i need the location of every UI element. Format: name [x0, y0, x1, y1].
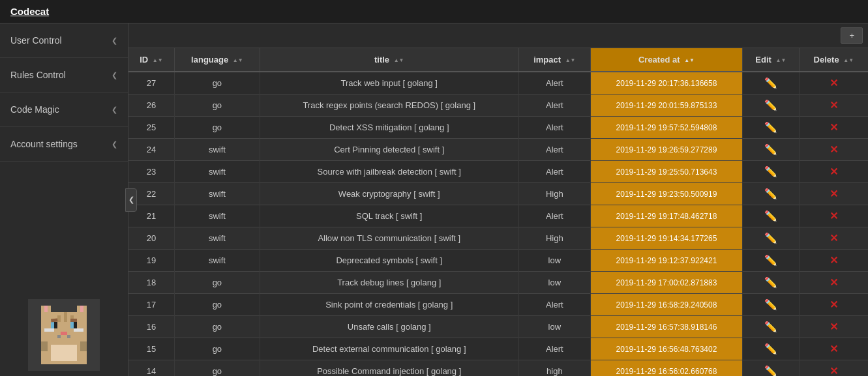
delete-button[interactable]: ✕	[799, 360, 868, 377]
delete-icon[interactable]: ✕	[830, 366, 838, 376]
delete-button[interactable]: ✕	[799, 161, 868, 183]
table-row: 17goSink point of credentials [ golang ]…	[128, 294, 868, 316]
table-row: 14goPossible Command injection [ golang …	[128, 360, 868, 377]
edit-button[interactable]: ✏️	[742, 360, 799, 377]
table-row: 21swiftSQL track [ swift ]Alert2019-11-2…	[128, 205, 868, 227]
sidebar-item-code-magic[interactable]: Code Magic ❮	[0, 93, 128, 127]
sort-icon-delete: ▲▼	[843, 57, 854, 63]
edit-button[interactable]: ✏️	[742, 183, 799, 205]
delete-icon[interactable]: ✕	[830, 144, 838, 155]
edit-icon[interactable]: ✏️	[764, 144, 777, 155]
edit-button[interactable]: ✏️	[742, 338, 799, 360]
edit-button[interactable]: ✏️	[742, 161, 799, 183]
delete-icon[interactable]: ✕	[830, 299, 838, 310]
delete-button[interactable]: ✕	[799, 94, 868, 117]
sidebar: User Control ❮ Rules Control ❮ Code Magi…	[0, 23, 128, 376]
edit-icon[interactable]: ✏️	[764, 366, 777, 376]
edit-button[interactable]: ✏️	[742, 117, 799, 139]
svg-rect-18	[41, 341, 48, 351]
edit-icon[interactable]: ✏️	[764, 166, 777, 177]
table-body: 27goTrack web input [ golang ]Alert2019-…	[128, 72, 868, 376]
edit-icon[interactable]: ✏️	[764, 255, 777, 266]
edit-button[interactable]: ✏️	[742, 294, 799, 316]
edit-icon[interactable]: ✏️	[764, 343, 777, 354]
edit-icon[interactable]: ✏️	[764, 321, 777, 332]
delete-button[interactable]: ✕	[799, 139, 868, 161]
edit-button[interactable]: ✏️	[742, 72, 799, 94]
svg-rect-20	[44, 328, 54, 332]
col-created-at[interactable]: Created at ▲▼	[591, 48, 743, 72]
sort-icon-edit: ▲▼	[775, 57, 786, 63]
sidebar-item-rules-control[interactable]: Rules Control ❮	[0, 58, 128, 93]
delete-button[interactable]: ✕	[799, 272, 868, 294]
col-language[interactable]: language ▲▼	[174, 48, 260, 72]
table-row: 25goDetect XSS mitigation [ golang ]Aler…	[128, 117, 868, 139]
content-area: + ID ▲▼ language ▲▼ ti	[128, 23, 868, 376]
delete-icon[interactable]: ✕	[830, 210, 838, 222]
svg-rect-22	[51, 319, 57, 323]
edit-button[interactable]: ✏️	[742, 250, 799, 272]
svg-rect-11	[61, 332, 67, 335]
table-row: 20swiftAllow non TLS communication [ swi…	[128, 227, 868, 250]
table-row: 22swiftWeak cryptography [ swift ]High20…	[128, 183, 868, 205]
sidebar-item-account-settings[interactable]: Account settings ❮	[0, 127, 128, 162]
sidebar-item-user-control[interactable]: User Control ❮	[0, 23, 128, 58]
delete-icon[interactable]: ✕	[830, 343, 838, 354]
delete-button[interactable]: ✕	[799, 227, 868, 250]
col-edit[interactable]: Edit ▲▼	[742, 48, 799, 72]
edit-icon[interactable]: ✏️	[764, 188, 777, 199]
collapse-icon: ❮	[128, 195, 134, 204]
edit-button[interactable]: ✏️	[742, 227, 799, 250]
svg-rect-23	[70, 319, 77, 322]
col-title[interactable]: title ▲▼	[260, 48, 518, 72]
delete-icon[interactable]: ✕	[830, 166, 838, 177]
add-rule-button[interactable]: +	[841, 27, 863, 44]
delete-button[interactable]: ✕	[799, 338, 868, 360]
sort-icon-impact: ▲▼	[565, 57, 576, 63]
delete-icon[interactable]: ✕	[830, 100, 838, 111]
delete-icon[interactable]: ✕	[830, 321, 838, 332]
delete-button[interactable]: ✕	[799, 117, 868, 139]
sort-icon-id: ▲▼	[153, 57, 163, 63]
delete-icon[interactable]: ✕	[830, 277, 838, 288]
delete-button[interactable]: ✕	[799, 250, 868, 272]
delete-icon[interactable]: ✕	[830, 255, 838, 266]
edit-button[interactable]: ✏️	[742, 139, 799, 161]
delete-button[interactable]: ✕	[799, 183, 868, 205]
svg-rect-9	[54, 322, 57, 328]
delete-icon[interactable]: ✕	[830, 188, 838, 199]
edit-icon[interactable]: ✏️	[764, 233, 777, 244]
delete-button[interactable]: ✕	[799, 316, 868, 338]
delete-icon[interactable]: ✕	[830, 78, 838, 89]
col-impact[interactable]: impact ▲▼	[518, 48, 590, 72]
col-delete[interactable]: Delete ▲▼	[799, 48, 868, 72]
edit-button[interactable]: ✏️	[742, 316, 799, 338]
delete-button[interactable]: ✕	[799, 205, 868, 227]
delete-icon[interactable]: ✕	[830, 233, 838, 244]
table-wrapper[interactable]: ID ▲▼ language ▲▼ title ▲▼ impact	[128, 48, 868, 376]
delete-button[interactable]: ✕	[799, 72, 868, 94]
sidebar-label-user-control: User Control	[10, 35, 62, 46]
sort-icon-title: ▲▼	[394, 57, 404, 63]
edit-icon[interactable]: ✏️	[764, 100, 777, 111]
sidebar-chevron-code-magic: ❮	[112, 106, 117, 114]
edit-icon[interactable]: ✏️	[764, 122, 777, 133]
svg-rect-14	[57, 315, 61, 322]
edit-button[interactable]: ✏️	[742, 272, 799, 294]
col-id[interactable]: ID ▲▼	[128, 48, 174, 72]
delete-icon[interactable]: ✕	[830, 122, 838, 133]
edit-button[interactable]: ✏️	[742, 94, 799, 117]
svg-rect-6	[80, 306, 83, 312]
edit-button[interactable]: ✏️	[742, 205, 799, 227]
sidebar-label-code-magic: Code Magic	[10, 104, 59, 115]
svg-rect-12	[57, 335, 61, 338]
table-header-row: ID ▲▼ language ▲▼ title ▲▼ impact	[128, 48, 868, 72]
app-title[interactable]: Codecat	[10, 6, 49, 17]
cat-avatar	[28, 299, 100, 371]
edit-icon[interactable]: ✏️	[764, 299, 777, 310]
edit-icon[interactable]: ✏️	[764, 210, 777, 222]
collapse-sidebar-button[interactable]: ❮	[125, 188, 137, 212]
edit-icon[interactable]: ✏️	[764, 78, 777, 89]
edit-icon[interactable]: ✏️	[764, 277, 777, 288]
delete-button[interactable]: ✕	[799, 294, 868, 316]
